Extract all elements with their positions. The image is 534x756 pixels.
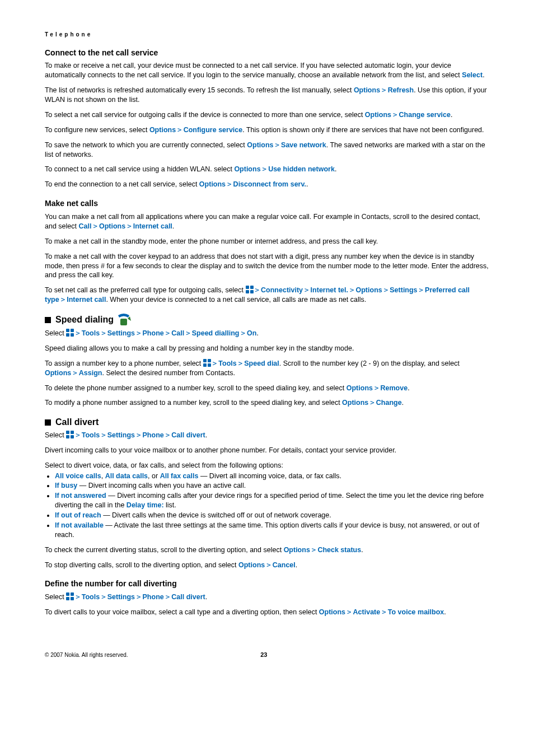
ui-term-options: Options (99, 222, 125, 230)
ui-term-speed-dialling: Speed dialling (192, 329, 240, 337)
paragraph: To select a net call service for outgoin… (45, 110, 489, 120)
ui-term-use-hidden-network: Use hidden network (268, 165, 335, 173)
ui-term-connectivity: Connectivity (261, 286, 303, 294)
chevron-right-icon: > (391, 110, 399, 119)
chevron-right-icon: > (265, 561, 273, 569)
section-make-net-calls-title: Make net calls (45, 198, 489, 209)
svg-rect-9 (203, 359, 207, 362)
section-call-divert-title: Call divert (45, 416, 489, 428)
ui-term-options: Options (342, 399, 368, 407)
ui-term-change: Change (376, 399, 402, 407)
section-connect-title: Connect to the net call service (45, 48, 489, 58)
ui-term-options: Options (354, 86, 380, 94)
ui-term-call-divert: Call divert (171, 593, 205, 601)
ui-term-internet-call: Internet call (67, 296, 106, 304)
chevron-right-icon: > (100, 431, 107, 439)
section-speed-dialing-title: Speed dialing (45, 313, 489, 326)
copyright: © 2007 Nokia. All rights reserved. (45, 651, 128, 659)
chevron-right-icon: > (373, 384, 381, 392)
page-footer: © 2007 Nokia. All rights reserved. 23 (45, 651, 489, 659)
ui-term-on: On (247, 329, 256, 337)
ui-term-internet-call: Internet call (133, 222, 172, 230)
menu-key-icon (246, 286, 254, 293)
ui-term-options: Options (149, 126, 176, 134)
chevron-right-icon: > (125, 222, 133, 230)
paragraph: Divert incoming calls to your voice mail… (45, 446, 489, 455)
paragraph: To divert calls to your voice mailbox, s… (45, 608, 489, 617)
ui-term-tools: Tools (82, 329, 100, 337)
chapter-heading: Telephone (45, 31, 489, 39)
chevron-right-icon: > (74, 431, 82, 439)
chevron-right-icon: > (59, 295, 67, 304)
ui-term-all-fax-calls: All fax calls (160, 472, 199, 480)
svg-rect-5 (66, 329, 69, 332)
chevron-right-icon: > (176, 125, 184, 134)
options-list: All voice calls, All data calls, or All … (45, 472, 489, 540)
page-number: 23 (128, 651, 400, 659)
chevron-right-icon: > (382, 286, 390, 294)
ui-term-tools: Tools (82, 593, 100, 601)
menu-key-icon (66, 592, 74, 600)
ui-term-phone: Phone (143, 431, 164, 439)
nav-path: Select >Tools>Settings>Phone>Call divert… (45, 592, 489, 602)
section-define-number-title: Define the number for call diverting (45, 578, 489, 589)
paragraph: To set net call as the preferred call ty… (45, 286, 489, 305)
svg-rect-7 (66, 333, 69, 337)
chevron-right-icon: > (135, 592, 143, 601)
menu-key-icon (66, 431, 74, 438)
ui-term-call-divert: Call divert (171, 431, 205, 439)
list-item: If busy — Divert incoming calls when you… (55, 481, 489, 491)
bullet-square-icon (45, 317, 51, 323)
chevron-right-icon: > (380, 86, 388, 94)
ui-term-call: Call (78, 222, 91, 230)
ui-term-options: Options (45, 369, 71, 377)
list-item: If out of reach — Divert calls when the … (55, 511, 489, 520)
chevron-right-icon: > (418, 286, 425, 294)
svg-rect-17 (66, 592, 69, 596)
ui-term-cancel: Cancel (273, 561, 296, 569)
paragraph: To make a net call with the cover keypad… (45, 252, 489, 281)
chevron-right-icon: > (164, 592, 172, 601)
svg-rect-4 (120, 319, 127, 325)
chevron-right-icon: > (274, 141, 282, 149)
ui-term-select: Select (462, 71, 483, 79)
ui-term-all-voice-calls: All voice calls (55, 472, 101, 480)
chevron-right-icon: > (74, 592, 82, 601)
svg-rect-13 (66, 431, 69, 434)
ui-term-if-out-of-reach: If out of reach (55, 511, 101, 519)
svg-rect-10 (208, 359, 211, 362)
ui-term-settings: Settings (107, 593, 135, 601)
ui-term-internet-tel: Internet tel. (311, 286, 348, 294)
chevron-right-icon: > (211, 359, 219, 367)
chevron-right-icon: > (71, 368, 79, 377)
ui-term-to-voice-mailbox: To voice mailbox (388, 608, 444, 616)
speed-dial-icon (116, 313, 132, 326)
paragraph: Speed dialing allows you to make a call … (45, 344, 489, 353)
chevron-right-icon: > (135, 431, 143, 439)
svg-rect-11 (203, 363, 207, 367)
bullet-square-icon (45, 419, 51, 426)
ui-term-assign: Assign (79, 369, 102, 377)
paragraph: To make a net call in the standby mode, … (45, 237, 489, 246)
ui-term-settings: Settings (390, 286, 417, 294)
menu-key-icon (66, 329, 74, 337)
nav-path: Select >Tools>Settings>Phone>Call divert… (45, 431, 489, 440)
paragraph: To stop diverting calls, scroll to the d… (45, 561, 489, 570)
svg-rect-19 (66, 597, 69, 600)
ui-term-options: Options (356, 286, 382, 294)
chevron-right-icon: > (368, 398, 376, 407)
chevron-right-icon: > (310, 545, 318, 554)
ui-term-disconnect: Disconnect from serv. (233, 180, 306, 188)
ui-term-options: Options (247, 141, 273, 149)
ui-term-settings: Settings (107, 329, 135, 337)
ui-term-refresh: Refresh (388, 86, 414, 94)
chevron-right-icon: > (254, 286, 261, 294)
ui-term-if-busy: If busy (55, 482, 77, 489)
paragraph: To save the network to which you are cur… (45, 141, 489, 160)
ui-term-options: Options (346, 384, 373, 392)
chevron-right-icon: > (74, 329, 82, 337)
ui-term-options: Options (319, 608, 345, 616)
chevron-right-icon: > (164, 431, 172, 439)
paragraph: To connect to a net call service using a… (45, 165, 489, 174)
chevron-right-icon: > (345, 608, 353, 616)
